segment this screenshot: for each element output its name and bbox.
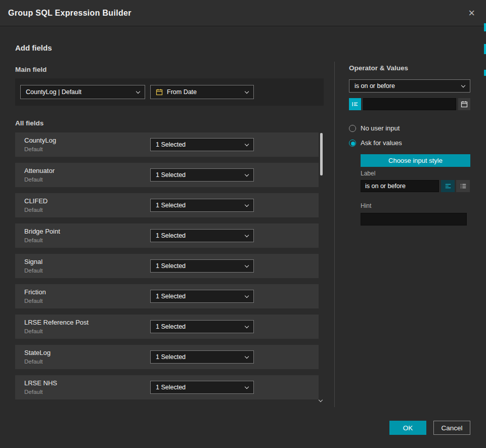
field-row: CLIFED Default 1 Selected <box>15 193 319 217</box>
field-selected-value: 1 Selected <box>156 232 186 239</box>
main-layer-dropdown-value: CountyLog | Default <box>26 88 81 96</box>
edge-accent-mark <box>484 70 486 76</box>
field-row: CountyLog Default 1 Selected <box>15 132 319 157</box>
radio-ask-for-values-label: Ask for values <box>361 139 402 147</box>
operator-dropdown-value: is on or before <box>355 82 395 89</box>
field-selected-dropdown[interactable]: 1 Selected <box>150 320 254 333</box>
dialog-title: Group SQL Expression Builder <box>8 9 131 18</box>
field-selected-dropdown[interactable]: 1 Selected <box>150 229 254 242</box>
group-sql-expression-builder-dialog: Group SQL Expression Builder × Add field… <box>0 0 486 448</box>
field-selected-value: 1 Selected <box>156 384 186 391</box>
field-selected-dropdown[interactable]: 1 Selected <box>150 138 254 151</box>
field-row: Friction Default 1 Selected <box>15 284 319 308</box>
chevron-down-icon <box>245 324 249 328</box>
radio-circle-selected <box>349 140 356 147</box>
operator-values-heading: Operator & Values <box>349 64 408 72</box>
main-layer-dropdown[interactable]: CountyLog | Default <box>20 85 145 99</box>
all-fields-label: All fields <box>15 119 43 127</box>
chevron-down-icon <box>245 142 249 146</box>
field-selected-dropdown[interactable]: 1 Selected <box>150 381 254 394</box>
field-selected-value: 1 Selected <box>156 141 186 148</box>
hint-input[interactable] <box>361 213 467 226</box>
field-row: Bridge Point Default 1 Selected <box>15 223 319 248</box>
field-row: LRSE Reference Post Default 1 Selected <box>15 315 319 339</box>
edge-accent-mark <box>484 23 486 31</box>
chevron-down-icon <box>245 172 249 176</box>
radio-ask-for-values[interactable]: Ask for values <box>349 139 402 147</box>
calendar-icon <box>461 101 468 108</box>
chevron-down-icon <box>245 202 249 206</box>
field-selected-dropdown[interactable]: 1 Selected <box>150 350 254 364</box>
field-selected-dropdown[interactable]: 1 Selected <box>150 199 254 212</box>
value-input[interactable] <box>363 98 456 110</box>
main-field-panel: CountyLog | Default From Date <box>15 78 324 106</box>
label-input[interactable] <box>361 180 439 192</box>
field-row: StateLog Default 1 Selected <box>15 345 319 369</box>
cancel-button[interactable]: Cancel <box>433 421 470 435</box>
text-lines-icon <box>445 183 452 190</box>
ok-button[interactable]: OK <box>389 421 426 435</box>
scrollbar-down-arrow-icon[interactable] <box>319 398 323 402</box>
hint-caption: Hint <box>361 202 371 209</box>
bullet-list-icon <box>460 183 467 190</box>
radio-no-user-input-label: No user input <box>361 124 400 132</box>
chevron-down-icon <box>245 293 249 297</box>
date-field-calendar-icon <box>156 88 163 96</box>
field-row: Attenuator Default 1 Selected <box>15 163 319 187</box>
input-field-icon <box>351 101 359 108</box>
field-row: Signal Default 1 Selected <box>15 254 319 278</box>
radio-no-user-input[interactable]: No user input <box>349 124 400 132</box>
field-selected-value: 1 Selected <box>156 353 186 361</box>
list-scrollbar-thumb[interactable] <box>320 133 323 175</box>
field-selected-dropdown[interactable]: 1 Selected <box>150 259 254 273</box>
add-fields-heading: Add fields <box>15 43 52 52</box>
radio-circle-unselected <box>349 125 356 132</box>
chevron-down-icon <box>136 89 140 93</box>
chevron-down-icon <box>245 354 249 358</box>
date-picker-button[interactable] <box>458 98 470 110</box>
chevron-down-icon <box>245 384 249 388</box>
chevron-down-icon <box>245 89 249 93</box>
field-selected-value: 1 Selected <box>156 171 186 178</box>
label-caption: Label <box>361 170 375 177</box>
field-selected-dropdown[interactable]: 1 Selected <box>150 290 254 303</box>
chevron-down-icon <box>245 233 249 237</box>
field-selected-value: 1 Selected <box>156 293 186 300</box>
title-bar: Group SQL Expression Builder × <box>0 0 486 26</box>
main-field-label: Main field <box>15 66 47 73</box>
operator-dropdown[interactable]: is on or before <box>349 79 470 93</box>
field-row: LRSE NHS Default 1 Selected <box>15 375 319 399</box>
choose-input-style-button[interactable]: Choose input style <box>361 154 470 167</box>
main-field-dropdown-value: From Date <box>167 88 197 96</box>
all-fields-list: CountyLog Default 1 Selected Attenuator … <box>15 132 319 406</box>
edge-accent-mark <box>484 44 486 54</box>
vertical-divider <box>334 62 335 407</box>
field-selected-value: 1 Selected <box>156 262 186 270</box>
field-selected-value: 1 Selected <box>156 202 186 209</box>
value-input-type-button[interactable] <box>349 98 361 110</box>
main-field-dropdown[interactable]: From Date <box>150 85 254 99</box>
input-style-list-button[interactable] <box>456 180 470 192</box>
input-style-text-button[interactable] <box>441 180 455 192</box>
chevron-down-icon <box>461 83 465 87</box>
field-selected-value: 1 Selected <box>156 323 186 330</box>
close-icon[interactable]: × <box>465 8 478 19</box>
field-selected-dropdown[interactable]: 1 Selected <box>150 168 254 182</box>
chevron-down-icon <box>245 263 249 267</box>
